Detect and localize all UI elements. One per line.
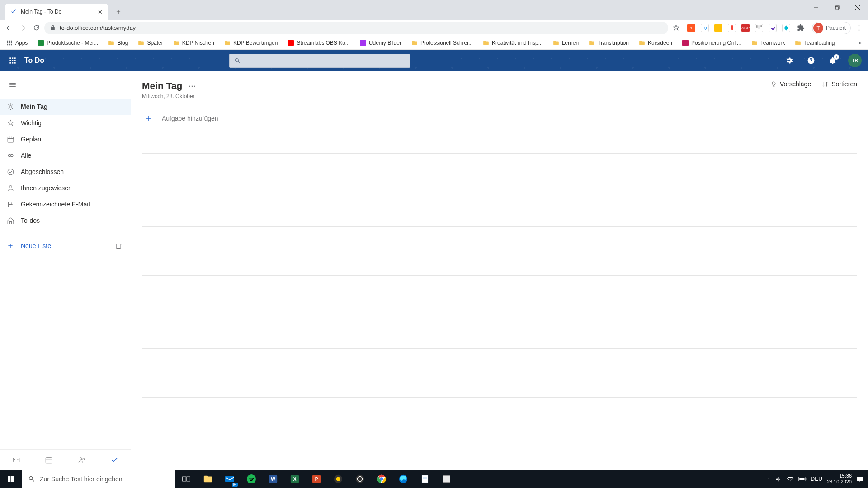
user-avatar[interactable]: TB (848, 54, 862, 67)
help-icon[interactable] (802, 52, 820, 70)
new-list-button[interactable]: Neue Liste (0, 242, 110, 250)
bookmark-folder[interactable]: Kursideen (636, 38, 675, 48)
battery-icon[interactable] (798, 476, 807, 482)
close-window-button[interactable] (847, 0, 868, 15)
task-slot (142, 398, 857, 422)
bookmark-item[interactable]: Udemy Bilder (357, 38, 404, 48)
chrome-icon[interactable] (371, 470, 392, 488)
chrome-menu-icon[interactable] (854, 23, 864, 33)
sidebar-item-email[interactable]: Gekennzeichnete E-Mail (0, 196, 131, 212)
bookmarks-overflow-icon[interactable]: » (856, 38, 864, 48)
reload-button[interactable] (31, 23, 42, 33)
notepad-icon[interactable] (414, 470, 436, 488)
edge-icon[interactable] (392, 470, 414, 488)
excel-icon[interactable]: X (284, 470, 306, 488)
task-view-icon[interactable] (175, 470, 197, 488)
sidebar-item-label: Wichtig (21, 119, 42, 127)
bookmark-item[interactable]: Positionierung Onli... (679, 38, 744, 48)
extension-icon[interactable] (728, 24, 736, 32)
bookmark-folder[interactable]: KDP Bewertungen (222, 38, 281, 48)
todo-check-icon[interactable] (105, 451, 123, 469)
close-tab-icon[interactable]: ✕ (97, 9, 103, 15)
app-icon[interactable] (327, 470, 349, 488)
bookmark-item[interactable]: Produktsuche - Mer... (35, 38, 101, 48)
sidebar-item-wichtig[interactable]: Wichtig (0, 115, 131, 131)
profile-chip[interactable]: T Pausiert (812, 22, 851, 34)
volume-icon[interactable] (775, 476, 782, 483)
explorer-icon[interactable] (197, 470, 219, 488)
start-button[interactable] (0, 470, 22, 488)
sidebar-item-alle[interactable]: Alle (0, 147, 131, 164)
people-icon[interactable] (73, 451, 91, 469)
extension-icon[interactable] (782, 24, 790, 32)
back-button[interactable] (4, 23, 14, 33)
calendar-footer-icon[interactable] (40, 451, 58, 469)
svg-point-6 (859, 27, 860, 28)
extension-icon[interactable] (755, 24, 763, 32)
browser-tab[interactable]: Mein Tag - To Do ✕ (5, 4, 108, 20)
bookmark-folder[interactable]: Teamwork (749, 38, 788, 48)
sidebar-item-abgeschlossen[interactable]: Abgeschlossen (0, 164, 131, 180)
sort-button[interactable]: Sortieren (822, 80, 857, 88)
star-bookmark-icon[interactable] (671, 23, 682, 33)
bookmark-folder[interactable]: Kreativität und Insp... (480, 38, 546, 48)
sidebar-item-geplant[interactable]: Geplant (0, 131, 131, 147)
bookmark-folder[interactable]: Lernen (550, 38, 581, 48)
maximize-button[interactable] (826, 0, 847, 15)
header-icons: TB (780, 52, 864, 70)
svg-rect-40 (187, 477, 190, 481)
settings-icon[interactable] (780, 52, 798, 70)
suggestions-button[interactable]: Vorschläge (770, 80, 811, 88)
notifications-icon[interactable] (824, 52, 842, 70)
bookmark-folder[interactable]: Transkription (586, 38, 632, 48)
bookmark-folder[interactable]: Teamleading (792, 38, 837, 48)
more-options-icon[interactable]: ⋯ (189, 82, 197, 90)
bookmark-label: Produktsuche - Mer... (47, 40, 98, 46)
tray-chevron-icon[interactable] (765, 476, 771, 482)
app-brand[interactable]: To Do (24, 56, 44, 65)
minimize-button[interactable] (806, 0, 826, 15)
extension-icon[interactable] (769, 24, 777, 32)
extension-icon[interactable]: 1 (687, 24, 695, 32)
sidebar-item-todos[interactable]: To-dos (0, 212, 131, 229)
app-launcher-icon[interactable] (4, 52, 22, 70)
extension-icon[interactable]: ABP (741, 24, 750, 32)
wifi-icon[interactable] (787, 475, 794, 483)
sort-label: Sortieren (831, 80, 857, 88)
spotify-icon[interactable] (241, 470, 262, 488)
obs-icon[interactable] (349, 470, 371, 488)
extension-icon[interactable] (714, 24, 722, 32)
mail-icon[interactable] (7, 451, 25, 469)
search-input[interactable] (229, 54, 410, 68)
address-bar[interactable]: to-do.office.com/tasks/myday (44, 22, 668, 34)
page-title: Mein Tag (142, 80, 182, 91)
word-icon[interactable]: W (262, 470, 284, 488)
app-icon[interactable] (436, 470, 458, 488)
clock[interactable]: 15:36 28.10.2020 (827, 473, 852, 485)
action-center-icon[interactable] (856, 475, 863, 483)
new-group-icon[interactable] (110, 237, 128, 255)
hamburger-icon[interactable] (4, 76, 22, 94)
bookmark-folder[interactable]: Später (135, 38, 165, 48)
bookmark-folder[interactable]: Professionell Schrei... (409, 38, 476, 48)
new-tab-button[interactable] (112, 5, 125, 18)
forward-button[interactable] (17, 23, 28, 33)
language-indicator[interactable]: DEU (811, 476, 822, 482)
sidebar-item-mein-tag[interactable]: Mein Tag (0, 99, 131, 115)
svg-rect-10 (11, 40, 12, 41)
bookmark-label: Streamlabs OBS Ko... (297, 40, 349, 46)
bookmark-item[interactable]: Streamlabs OBS Ko... (285, 38, 352, 48)
bookmark-folder[interactable]: Blog (105, 38, 131, 48)
add-task-input[interactable]: Aufgabe hinzufügen (142, 108, 857, 129)
powerpoint-icon[interactable]: P (306, 470, 327, 488)
apps-button[interactable]: Apps (4, 38, 30, 48)
svg-rect-41 (225, 476, 234, 482)
sidebar-item-zugewiesen[interactable]: Ihnen zugewiesen (0, 180, 131, 196)
mail-app-icon[interactable]: 94 (219, 470, 241, 488)
extensions-puzzle-icon[interactable] (796, 23, 807, 33)
extension-icon[interactable]: IQ (701, 24, 709, 32)
svg-rect-1 (835, 5, 839, 9)
bookmark-folder[interactable]: KDP Nischen (170, 38, 217, 48)
windows-search[interactable]: Zur Suche Text hier eingeben (22, 470, 175, 488)
main-content: Mein Tag ⋯ Mittwoch, 28. Oktober Vorschl… (131, 71, 868, 470)
